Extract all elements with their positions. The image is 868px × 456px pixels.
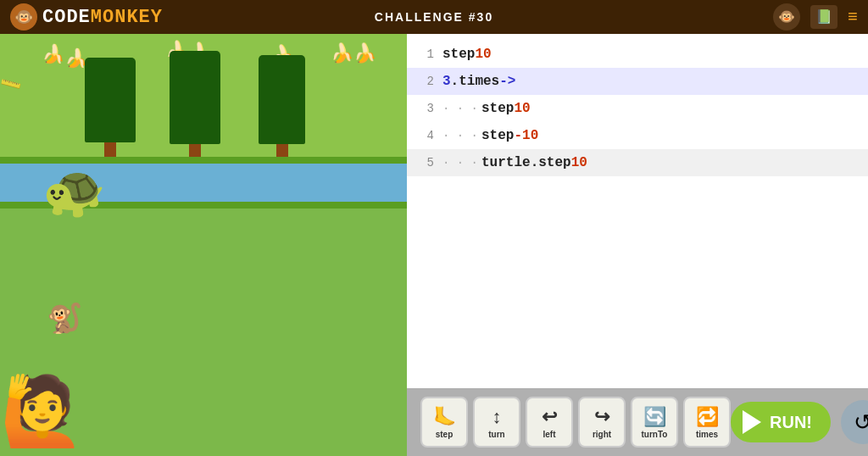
code-line-3: 3 · · · step 10 (407, 95, 868, 122)
logo-code: CODE (42, 7, 91, 28)
turn-button[interactable]: ↕ turn (473, 397, 520, 448)
game-scene: 📏 🍌🍌 🍌🍌 🍌 🍌🍌 (0, 34, 407, 456)
tree-3-foliage (259, 55, 305, 144)
logo-text: CODEMONKEY (42, 7, 163, 28)
monkey-small-character: 🐒 (47, 301, 82, 336)
main-content: 📏 🍌🍌 🍌🍌 🍌 🍌🍌 (0, 34, 868, 456)
code-line-2: 2 3 .times -> (407, 68, 868, 95)
game-panel: 📏 🍌🍌 🍌🍌 🍌 🍌🍌 (0, 34, 407, 456)
code-times-num: 3 (442, 74, 451, 89)
line-dots-4: · · · (442, 129, 478, 142)
logo-area: 🐵 CODEMONKEY (10, 3, 163, 31)
right-button[interactable]: ↪ right (578, 397, 626, 448)
reset-icon: ↺ (854, 409, 868, 436)
code-line-5: 5 · · · turtle.step 10 (407, 149, 868, 176)
line-num-5: 5 (414, 156, 434, 170)
turnto-icon: 🔄 (643, 406, 666, 428)
turnto-label: turnTo (642, 430, 668, 439)
nav-icons: 🐵 📗 ≡ (773, 3, 858, 31)
code-panel: 1 step 10 2 3 .times -> 3 · · · step 10 … (407, 34, 868, 456)
profile-icon-button[interactable]: 🐵 (773, 3, 800, 31)
step-icon: 🦶 (433, 406, 456, 428)
step-button[interactable]: 🦶 step (420, 397, 468, 448)
step-label: step (436, 430, 453, 439)
code-step-3: step (481, 101, 514, 116)
play-icon (743, 410, 761, 434)
left-label: left (543, 430, 556, 439)
line-dots-3: · · · (442, 102, 478, 115)
code-line-4: 4 · · · step -10 (407, 122, 868, 149)
challenge-title: CHALLENGE #30 (375, 10, 493, 24)
code-num-5: 10 (571, 155, 587, 170)
logo-monkey-name: MONKEY (91, 7, 163, 28)
right-label: right (593, 430, 611, 439)
code-step-1: step (442, 47, 475, 62)
line-dots-5: · · · (442, 156, 478, 170)
right-icon: ↪ (594, 406, 609, 428)
code-arrow: -> (499, 74, 515, 89)
code-times-kw: .times (451, 74, 500, 89)
times-label: times (696, 430, 718, 439)
line-num-1: 1 (414, 47, 434, 61)
bottom-bar: 🦶 step ↕ turn ↩ left ↪ right 🔄 turnT (407, 388, 868, 456)
monkey-player-character: 🙋 (0, 371, 85, 454)
menu-icon-button[interactable]: ≡ (848, 8, 858, 27)
line-num-4: 4 (414, 129, 434, 142)
times-icon: 🔁 (696, 406, 719, 428)
tree-2-foliage (170, 51, 220, 144)
book-icon-button[interactable]: 📗 (810, 5, 837, 29)
turn-label: turn (488, 430, 504, 439)
line-num-2: 2 (414, 75, 434, 88)
code-editor[interactable]: 1 step 10 2 3 .times -> 3 · · · step 10 … (407, 34, 868, 388)
code-line-1: 1 step 10 (407, 41, 868, 68)
run-button[interactable]: RUN! (731, 402, 831, 442)
turn-icon: ↕ (492, 406, 502, 428)
line-num-3: 3 (414, 102, 434, 115)
reset-button[interactable]: ↺ (841, 400, 868, 444)
code-buttons: 🦶 step ↕ turn ↩ left ↪ right 🔄 turnT (420, 397, 731, 448)
left-button[interactable]: ↩ left (526, 397, 573, 448)
logo-monkey-icon: 🐵 (10, 3, 37, 31)
code-turtle-step: turtle.step (481, 155, 571, 170)
code-neg-4: -10 (514, 128, 538, 143)
left-icon: ↩ (542, 406, 557, 428)
code-num-3: 10 (514, 101, 530, 116)
code-num-1: 10 (475, 47, 491, 62)
run-label: RUN! (770, 413, 812, 432)
times-button[interactable]: 🔁 times (683, 397, 731, 448)
banana-4: 🍌🍌 (331, 42, 376, 65)
run-area: RUN! ↺ ⚙ (731, 400, 868, 444)
tree-1-foliage (85, 58, 136, 142)
turtle-character: 🐢 (42, 161, 106, 224)
navbar: 🐵 CODEMONKEY CHALLENGE #30 🐵 📗 ≡ (0, 0, 868, 34)
turnto-button[interactable]: 🔄 turnTo (631, 397, 678, 448)
code-step-4: step (481, 128, 514, 143)
